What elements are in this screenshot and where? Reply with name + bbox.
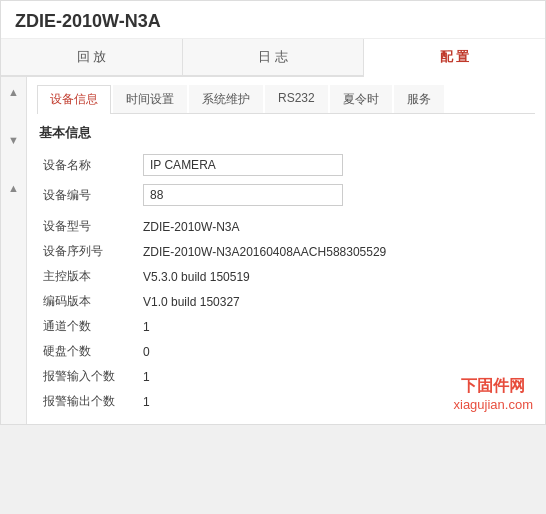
sidebar-arrow-down[interactable]: ▼ [5,131,23,149]
table-row: 报警输入个数 1 [37,364,535,389]
sub-tab-rs232[interactable]: RS232 [265,85,328,113]
sub-tab-maintenance[interactable]: 系统维护 [189,85,263,113]
channel-count-label: 通道个数 [37,314,137,339]
main-version-value: V5.3.0 build 150519 [137,264,535,289]
table-row: 设备序列号 ZDIE-2010W-N3A20160408AACH58830552… [37,239,535,264]
sub-tab-dst[interactable]: 夏令时 [330,85,392,113]
table-row: 报警输出个数 1 [37,389,535,414]
device-name-input[interactable] [143,154,343,176]
channel-count-value: 1 [137,314,535,339]
page-wrapper: ZDIE-2010W-N3A 回 放 日 志 配 置 ▲ ▼ ▲ 设备信息 时间… [0,0,546,425]
top-tabs: 回 放 日 志 配 置 [1,39,545,77]
info-table: 设备名称 设备编号 设备型号 Z [37,150,535,414]
tab-config[interactable]: 配 置 [364,39,545,77]
device-number-input[interactable] [143,184,343,206]
alarm-output-label: 报警输出个数 [37,389,137,414]
tab-log[interactable]: 日 志 [183,39,365,75]
device-serial-value: ZDIE-2010W-N3A20160408AACH588305529 [137,239,535,264]
alarm-output-value: 1 [137,389,535,414]
main-version-label: 主控版本 [37,264,137,289]
section-title: 基本信息 [37,124,535,142]
encode-version-label: 编码版本 [37,289,137,314]
alarm-input-label: 报警输入个数 [37,364,137,389]
device-serial-label: 设备序列号 [37,239,137,264]
disk-count-label: 硬盘个数 [37,339,137,364]
device-model-value: ZDIE-2010W-N3A [137,210,535,239]
table-row: 通道个数 1 [37,314,535,339]
device-model-label: 设备型号 [37,210,137,239]
table-row: 主控版本 V5.3.0 build 150519 [37,264,535,289]
table-row: 硬盘个数 0 [37,339,535,364]
device-number-label: 设备编号 [37,180,137,210]
table-row: 设备型号 ZDIE-2010W-N3A [37,210,535,239]
tab-playback[interactable]: 回 放 [1,39,183,75]
sidebar-arrow-up2[interactable]: ▲ [5,179,23,197]
table-row: 设备编号 [37,180,535,210]
encode-version-value: V1.0 build 150327 [137,289,535,314]
device-number-cell [137,180,535,210]
sub-tab-time[interactable]: 时间设置 [113,85,187,113]
page-title: ZDIE-2010W-N3A [15,11,531,32]
table-row: 设备名称 [37,150,535,180]
device-name-label: 设备名称 [37,150,137,180]
alarm-input-value: 1 [137,364,535,389]
content-area: 设备信息 时间设置 系统维护 RS232 夏令时 服务 基本信息 设备名称 [27,77,545,424]
sub-tab-service[interactable]: 服务 [394,85,444,113]
sub-tab-device-info[interactable]: 设备信息 [37,85,111,114]
main-body: ▲ ▼ ▲ 设备信息 时间设置 系统维护 RS232 夏令时 服务 基本信息 [1,77,545,424]
device-name-cell [137,150,535,180]
sub-tabs: 设备信息 时间设置 系统维护 RS232 夏令时 服务 [37,85,535,114]
sidebar: ▲ ▼ ▲ [1,77,27,424]
sidebar-arrow-up[interactable]: ▲ [5,83,23,101]
title-bar: ZDIE-2010W-N3A [1,1,545,39]
disk-count-value: 0 [137,339,535,364]
table-row: 编码版本 V1.0 build 150327 [37,289,535,314]
